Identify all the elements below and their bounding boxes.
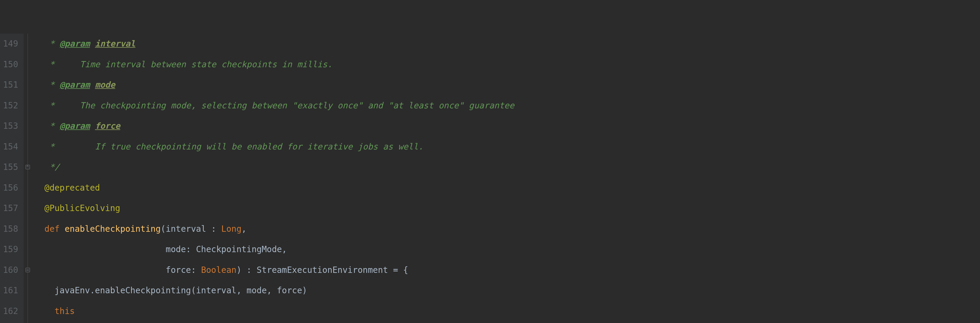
- code-token: interval: [95, 40, 135, 48]
- code-token: */: [35, 163, 60, 171]
- code-token: *: [35, 81, 60, 89]
- code-token: def: [45, 225, 60, 233]
- code-token: * If true checkpointing will be enabled …: [35, 142, 423, 151]
- code-token: Long: [221, 225, 241, 233]
- code-token: @PublicEvolving: [35, 204, 121, 213]
- code-token: this: [54, 307, 75, 315]
- line-number: 154: [3, 137, 18, 157]
- code-line[interactable]: * The checkpointing mode, selecting betw…: [35, 96, 980, 116]
- code-line[interactable]: }: [35, 321, 980, 323]
- code-area[interactable]: * @param interval * Time interval betwee…: [32, 34, 980, 323]
- code-line[interactable]: @deprecated: [35, 178, 980, 198]
- code-token: [35, 307, 54, 315]
- code-token: *: [35, 122, 60, 130]
- line-number: 155: [3, 157, 18, 178]
- fold-end-icon[interactable]: ⌃: [25, 165, 30, 169]
- line-number: 151: [3, 75, 18, 96]
- code-line[interactable]: */: [35, 157, 980, 178]
- code-line[interactable]: * @param force: [35, 116, 980, 137]
- code-line[interactable]: * If true checkpointing will be enabled …: [35, 137, 980, 157]
- code-token: ) : StreamExecutionEnvironment = {: [237, 266, 408, 274]
- code-token: javaEnv.enableCheckpointing(interval, mo…: [35, 286, 307, 295]
- code-token: [35, 225, 45, 233]
- line-number: 159: [3, 239, 18, 260]
- line-number-gutter: 1491501511521531541551561571581591601611…: [0, 34, 24, 323]
- line-number: 149: [3, 34, 18, 54]
- code-token: @param: [60, 122, 90, 130]
- code-line[interactable]: * @param interval: [35, 34, 980, 54]
- line-number: 156: [3, 178, 18, 198]
- line-number: 153: [3, 116, 18, 137]
- line-number: 161: [3, 280, 18, 301]
- code-token: [90, 122, 95, 130]
- fold-guide-line: [27, 34, 28, 323]
- code-line[interactable]: def enableCheckpointing(interval : Long,: [35, 219, 980, 240]
- code-line[interactable]: * @param mode: [35, 75, 980, 96]
- code-token: enableCheckpointing: [65, 225, 161, 233]
- line-number: 152: [3, 96, 18, 116]
- code-token: mode: CheckpointingMode,: [35, 245, 287, 254]
- fold-toggle-icon[interactable]: −: [25, 268, 30, 272]
- line-number: 157: [3, 198, 18, 219]
- code-token: force:: [35, 266, 201, 274]
- code-token: force: [95, 122, 120, 130]
- code-token: @param: [60, 81, 90, 89]
- code-token: [90, 40, 95, 48]
- code-token: [60, 225, 65, 233]
- line-number: 163: [3, 321, 18, 323]
- code-line[interactable]: * Time interval between state checkpoint…: [35, 54, 980, 75]
- code-token: * The checkpointing mode, selecting betw…: [35, 101, 514, 110]
- code-token: mode: [95, 81, 115, 89]
- code-line[interactable]: force: Boolean) : StreamExecutionEnviron…: [35, 260, 980, 281]
- line-number: 162: [3, 301, 18, 322]
- code-line[interactable]: this: [35, 301, 980, 322]
- code-token: @param: [60, 40, 90, 48]
- code-token: [90, 81, 95, 89]
- code-token: * Time interval between state checkpoint…: [35, 60, 332, 69]
- line-number: 158: [3, 219, 18, 240]
- code-token: Boolean: [201, 266, 237, 274]
- code-editor[interactable]: 1491501511521531541551561571581591601611…: [0, 34, 980, 323]
- line-number: 160: [3, 260, 18, 281]
- fold-column[interactable]: ⌃−⌃: [24, 34, 32, 323]
- code-line[interactable]: javaEnv.enableCheckpointing(interval, mo…: [35, 280, 980, 301]
- code-token: (interval :: [161, 225, 221, 233]
- code-token: @deprecated: [35, 184, 100, 192]
- line-number: 150: [3, 54, 18, 75]
- code-line[interactable]: mode: CheckpointingMode,: [35, 239, 980, 260]
- code-line[interactable]: @PublicEvolving: [35, 198, 980, 219]
- code-token: ,: [242, 225, 247, 233]
